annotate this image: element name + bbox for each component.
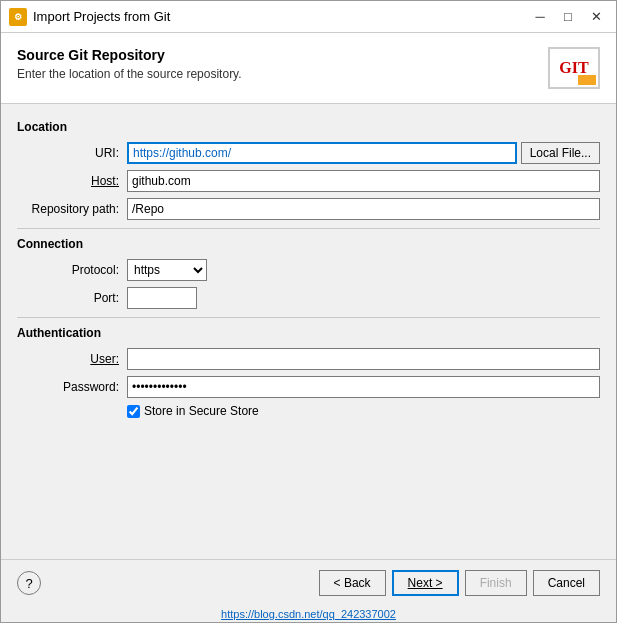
uri-label: URI: (17, 146, 127, 160)
host-row: Host: (17, 170, 600, 192)
password-label: Password: (17, 380, 127, 394)
password-row: Password: (17, 376, 600, 398)
title-controls: ─ □ ✕ (528, 7, 608, 27)
header-text: Source Git Repository Enter the location… (17, 47, 242, 81)
divider-1 (17, 228, 600, 229)
back-button[interactable]: < Back (319, 570, 386, 596)
help-button[interactable]: ? (17, 571, 41, 595)
close-button[interactable]: ✕ (584, 7, 608, 27)
cancel-button[interactable]: Cancel (533, 570, 600, 596)
local-file-button[interactable]: Local File... (521, 142, 600, 164)
window-icon: ⚙ (9, 8, 27, 26)
git-logo: GIT (548, 47, 600, 89)
uri-input[interactable] (127, 142, 517, 164)
header-section: Source Git Repository Enter the location… (1, 33, 616, 104)
header-title: Source Git Repository (17, 47, 242, 63)
maximize-button[interactable]: □ (556, 7, 580, 27)
location-group-label: Location (17, 120, 600, 134)
authentication-group-label: Authentication (17, 326, 600, 340)
minimize-button[interactable]: ─ (528, 7, 552, 27)
protocol-row: Protocol: https http git ssh (17, 259, 600, 281)
port-label: Port: (17, 291, 127, 305)
repo-path-input[interactable] (127, 198, 600, 220)
finish-button[interactable]: Finish (465, 570, 527, 596)
git-logo-decoration (578, 75, 596, 85)
user-row: User: (17, 348, 600, 370)
user-label: User: (17, 352, 127, 366)
next-button[interactable]: Next > (392, 570, 459, 596)
protocol-label: Protocol: (17, 263, 127, 277)
header-subtitle: Enter the location of the source reposit… (17, 67, 242, 81)
uri-input-row: Local File... (127, 142, 600, 164)
uri-row: URI: Local File... (17, 142, 600, 164)
store-checkbox-row: Store in Secure Store (127, 404, 600, 418)
host-input[interactable] (127, 170, 600, 192)
main-window: ⚙ Import Projects from Git ─ □ ✕ Source … (0, 0, 617, 623)
port-input[interactable] (127, 287, 197, 309)
repo-path-label: Repository path: (17, 202, 127, 216)
watermark: https://blog.csdn.net/qq_242337002 (1, 606, 616, 622)
divider-2 (17, 317, 600, 318)
password-input[interactable] (127, 376, 600, 398)
user-input[interactable] (127, 348, 600, 370)
watermark-link[interactable]: https://blog.csdn.net/qq_242337002 (221, 608, 396, 620)
footer-left: ? (17, 571, 41, 595)
connection-group-label: Connection (17, 237, 600, 251)
host-label: Host: (17, 174, 127, 188)
store-checkbox[interactable] (127, 405, 140, 418)
store-label: Store in Secure Store (144, 404, 259, 418)
content-area: Location URI: Local File... Host: Reposi… (1, 104, 616, 559)
window-title: Import Projects from Git (33, 9, 170, 24)
footer: ? < Back Next > Finish Cancel (1, 559, 616, 606)
protocol-select[interactable]: https http git ssh (127, 259, 207, 281)
title-bar: ⚙ Import Projects from Git ─ □ ✕ (1, 1, 616, 33)
title-bar-left: ⚙ Import Projects from Git (9, 8, 170, 26)
port-row: Port: (17, 287, 600, 309)
repo-path-row: Repository path: (17, 198, 600, 220)
footer-right: < Back Next > Finish Cancel (319, 570, 600, 596)
